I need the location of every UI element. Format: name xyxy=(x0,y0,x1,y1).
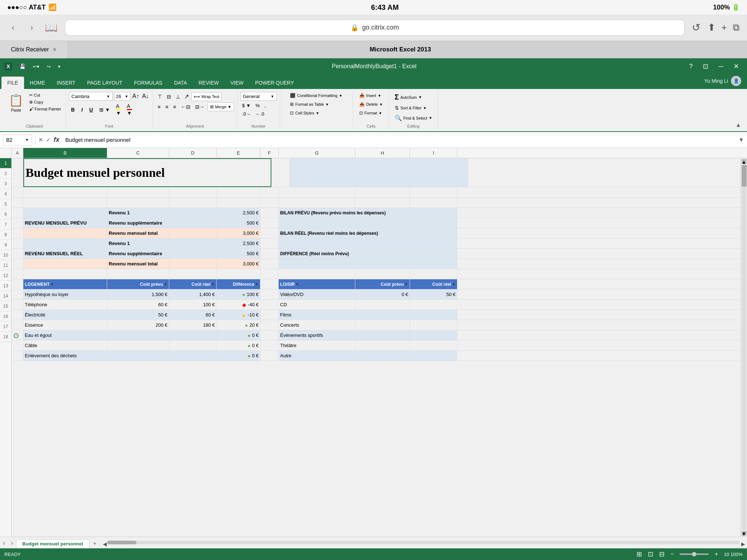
cell-e3[interactable] xyxy=(217,198,260,207)
tab-home[interactable]: HOME xyxy=(24,77,51,89)
page-break-view-button[interactable]: ⊟ xyxy=(659,550,665,558)
close-button[interactable]: ✕ xyxy=(730,62,743,70)
cell-d4[interactable] xyxy=(169,208,217,218)
cell-b1-merged[interactable]: Budget mensuel personnel xyxy=(23,158,271,187)
user-menu[interactable]: Yu Ming Li 👤 xyxy=(700,73,746,89)
cell-d15[interactable]: 180 € xyxy=(169,320,217,330)
currency-button[interactable]: $ ▼ xyxy=(240,102,253,109)
cell-d7[interactable] xyxy=(169,238,217,248)
cell-f11[interactable] xyxy=(260,279,279,289)
cell-g12[interactable]: Vidéo/DVD xyxy=(279,289,355,299)
cell-c4[interactable]: Revenu 1 xyxy=(107,208,169,218)
cell-c8[interactable]: Revenu supplémentaire xyxy=(107,249,169,258)
cell-d2[interactable] xyxy=(169,187,217,197)
cell-a7[interactable] xyxy=(12,238,23,248)
vertical-scrollbar[interactable]: ▲ ▼ xyxy=(740,158,747,537)
scroll-track[interactable] xyxy=(742,165,747,530)
cell-a14[interactable] xyxy=(12,310,23,320)
cell-g18[interactable]: Autre xyxy=(279,351,355,361)
increase-indent-button[interactable]: ⊟→ xyxy=(193,103,206,111)
cell-c12[interactable]: 1,500 € xyxy=(107,289,169,299)
cell-c10[interactable] xyxy=(107,269,169,279)
cell-c9[interactable]: Revenu mensuel total xyxy=(107,259,169,269)
restore-button[interactable]: ⊡ xyxy=(699,62,712,70)
cell-a16[interactable]: ⊙ xyxy=(12,330,23,340)
cell-e12[interactable]: ● 100 € xyxy=(217,289,260,299)
borders-button[interactable]: ⊞ ▼ xyxy=(97,106,112,114)
bookmarks-button[interactable]: 📖 xyxy=(45,22,58,34)
cell-d8[interactable] xyxy=(169,249,217,258)
italic-button[interactable]: I xyxy=(79,106,85,113)
merge-center-button[interactable]: ⊞ Merge ▼ xyxy=(208,102,234,111)
save-button[interactable]: 💾 xyxy=(17,63,28,70)
cell-c15[interactable]: 200 € xyxy=(107,320,169,330)
cell-e7[interactable]: 2,500 € xyxy=(217,238,260,248)
conditional-formatting-button[interactable]: ⬛ Conditional Formatting ▼ xyxy=(288,92,345,99)
cell-f16[interactable] xyxy=(260,330,279,340)
cell-c7[interactable]: Revenu 1 xyxy=(107,238,169,248)
cell-b17[interactable]: Câble xyxy=(23,341,107,350)
cell-b3[interactable] xyxy=(23,198,107,207)
underline-button[interactable]: U xyxy=(87,106,95,113)
cell-a15[interactable] xyxy=(12,320,23,330)
tab-insert[interactable]: INSERT xyxy=(51,77,81,89)
cell-b2[interactable] xyxy=(23,187,107,197)
cell-e17[interactable]: ● 0 € xyxy=(217,341,260,350)
col-header-f[interactable]: F xyxy=(260,148,279,158)
cell-d5[interactable] xyxy=(169,218,217,228)
cell-f15[interactable] xyxy=(260,320,279,330)
cell-b10[interactable] xyxy=(23,269,107,279)
font-size-selector[interactable]: 26 ▼ xyxy=(114,92,130,101)
scroll-down-button[interactable]: ▼ xyxy=(742,531,747,536)
difference-filter-icon[interactable]: ▼ xyxy=(255,282,259,286)
cout-prevu-filter-icon[interactable]: ▼ xyxy=(164,282,167,286)
cell-d13[interactable]: 100 € xyxy=(169,300,217,310)
cell-c2[interactable] xyxy=(107,187,169,197)
tabs-icon[interactable]: ⧉ xyxy=(733,22,740,33)
cell-h3[interactable] xyxy=(355,198,410,207)
add-sheet-button[interactable]: + xyxy=(89,539,100,548)
cell-e2[interactable] xyxy=(217,187,260,197)
cell-b14[interactable]: Électricité xyxy=(23,310,107,320)
horizontal-scroll-track[interactable] xyxy=(107,541,740,544)
tab-power-query[interactable]: POWER QUERY xyxy=(249,77,299,89)
cell-b7[interactable] xyxy=(23,238,107,248)
col-header-e[interactable]: E xyxy=(217,148,260,158)
cell-g13[interactable]: CD xyxy=(279,300,355,310)
cell-g15[interactable]: Concerts xyxy=(279,320,355,330)
col-header-i[interactable]: I xyxy=(410,148,457,158)
percent-button[interactable]: % xyxy=(253,102,262,109)
cell-e4[interactable]: 2,500 € xyxy=(217,208,260,218)
cell-b18[interactable]: Enlèvement des déchets xyxy=(23,351,107,361)
font-color-button[interactable]: A ▼ xyxy=(125,102,134,117)
cell-c16[interactable] xyxy=(107,330,169,340)
customize-qat[interactable]: ▾ xyxy=(56,63,63,70)
cell-i13[interactable] xyxy=(410,300,457,310)
dec-increase-button[interactable]: .0→ xyxy=(240,110,253,117)
help-button[interactable]: ? xyxy=(685,63,696,70)
cell-e5[interactable]: 500 € xyxy=(217,218,260,228)
row-num-14[interactable]: 14 xyxy=(0,291,11,301)
page-layout-view-button[interactable]: ⊡ xyxy=(648,550,653,558)
align-left-button[interactable]: ≡ xyxy=(156,103,162,111)
cell-f12[interactable] xyxy=(260,289,279,299)
row-num-2[interactable]: 2 xyxy=(0,168,11,179)
cell-f4[interactable] xyxy=(260,208,279,218)
delete-cells-button[interactable]: 📤 Delete ▼ xyxy=(357,101,385,108)
cell-i2[interactable] xyxy=(410,187,457,197)
cell-b12[interactable]: Hypothèque ou loyer xyxy=(23,289,107,299)
cell-a5[interactable] xyxy=(12,218,23,228)
row-num-10[interactable]: 10 xyxy=(0,250,11,260)
cell-f3[interactable] xyxy=(260,198,279,207)
cell-d14[interactable]: 60 € xyxy=(169,310,217,320)
cell-a3[interactable] xyxy=(12,198,23,207)
autosum-button[interactable]: Σ AutoSum ▼ xyxy=(392,92,434,102)
cell-e8[interactable]: 500 € xyxy=(217,249,260,258)
cell-a11[interactable] xyxy=(12,279,23,289)
cell-a4[interactable] xyxy=(12,208,23,218)
zoom-out-button[interactable]: − xyxy=(670,551,674,557)
redo-button[interactable]: ↪ xyxy=(44,63,53,70)
cell-g6-merged[interactable]: BILAN RÉEL (Revenu réel moins les dépens… xyxy=(279,228,457,238)
row-num-3[interactable]: 3 xyxy=(0,179,11,189)
row-num-16[interactable]: 16 xyxy=(0,311,11,322)
